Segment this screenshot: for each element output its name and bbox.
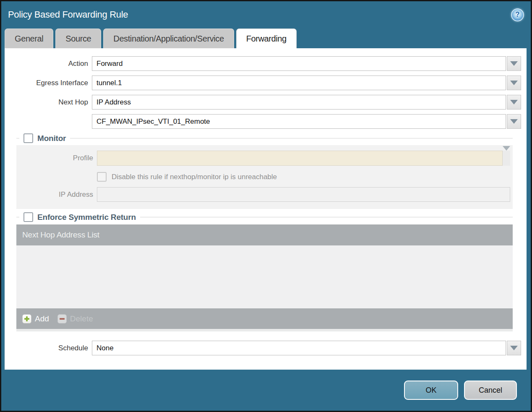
tab-source[interactable]: Source — [55, 29, 101, 48]
table-body-empty[interactable] — [16, 245, 513, 308]
dialog-footer: OK Cancel — [1, 370, 531, 411]
disable-rule-label: Disable this rule if nexthop/monitor ip … — [112, 173, 277, 181]
chevron-down-icon — [510, 61, 518, 66]
next-hop-address-value[interactable]: CF_MWAN_IPsec_VTI_01_Remote — [92, 114, 506, 129]
add-button-label: Add — [35, 314, 49, 323]
tab-forwarding[interactable]: Forwarding — [236, 29, 297, 48]
egress-interface-label: Egress Interface — [5, 79, 88, 87]
tab-bar: General Source Destination/Application/S… — [1, 28, 531, 48]
action-value[interactable]: Forward — [92, 56, 506, 71]
action-dropdown: Forward — [92, 56, 521, 71]
monitor-group-header: Monitor — [16, 133, 521, 143]
chevron-down-icon — [510, 119, 518, 124]
chevron-down-icon — [503, 146, 510, 158]
ok-button[interactable]: OK — [404, 381, 458, 400]
cancel-button[interactable]: Cancel — [464, 381, 517, 400]
next-hop-label: Next Hop — [5, 98, 88, 107]
profile-dropdown-button — [503, 151, 510, 166]
minus-icon — [57, 314, 67, 323]
egress-interface-dropdown-button[interactable] — [507, 76, 521, 90]
symmetric-return-group-header: Enforce Symmetric Return — [16, 212, 521, 222]
pbf-rule-dialog: { "window": { "title": "Policy Based For… — [0, 0, 532, 412]
delete-button-label: Delete — [70, 314, 93, 323]
egress-interface-row: Egress Interface tunnel.1 — [5, 76, 521, 90]
schedule-dropdown: None — [92, 341, 521, 355]
table-toolbar: Add Delete — [16, 308, 513, 329]
egress-interface-value[interactable]: tunnel.1 — [92, 76, 506, 90]
next-hop-address-dropdown-button[interactable] — [507, 114, 521, 129]
next-hop-address-dropdown: CF_MWAN_IPsec_VTI_01_Remote — [92, 114, 521, 129]
monitor-ip-input — [97, 187, 510, 202]
schedule-dropdown-button[interactable] — [507, 341, 521, 355]
dialog-titlebar: Policy Based Forwarding Rule ? — [1, 1, 531, 28]
chevron-down-icon — [510, 346, 518, 350]
action-label: Action — [5, 60, 88, 68]
symmetric-return-checkbox[interactable] — [23, 212, 33, 222]
help-icon[interactable]: ? — [511, 8, 524, 21]
schedule-value[interactable]: None — [92, 341, 506, 355]
profile-value — [97, 151, 503, 166]
action-row: Action Forward — [5, 56, 521, 71]
disable-rule-row: Disable this rule if nexthop/monitor ip … — [97, 172, 510, 182]
monitor-ip-label: IP Address — [16, 190, 93, 199]
add-button[interactable]: Add — [22, 314, 49, 323]
forwarding-tab-panel: Action Forward Egress Interface tunnel.1… — [5, 48, 527, 370]
disable-rule-checkbox — [97, 172, 107, 182]
egress-interface-dropdown: tunnel.1 — [92, 76, 521, 90]
profile-label: Profile — [16, 154, 93, 162]
action-dropdown-button[interactable] — [507, 56, 521, 71]
next-hop-address-list-table: Next Hop Address List Add Delete — [16, 224, 513, 331]
table-header-label: Next Hop Address List — [22, 230, 99, 240]
profile-dropdown — [97, 151, 510, 166]
monitor-legend: Monitor — [37, 134, 66, 143]
tab-destination-application-service[interactable]: Destination/Application/Service — [103, 29, 234, 48]
schedule-row: Schedule None — [5, 341, 521, 355]
delete-button[interactable]: Delete — [57, 314, 93, 323]
next-hop-type-value[interactable]: IP Address — [92, 95, 506, 110]
table-bottom-strip — [16, 329, 513, 331]
monitor-ip-row: IP Address — [16, 187, 510, 202]
monitor-checkbox[interactable] — [23, 133, 33, 143]
table-header: Next Hop Address List — [16, 224, 513, 245]
next-hop-type-dropdown: IP Address — [92, 95, 521, 110]
chevron-down-icon — [510, 100, 518, 104]
symmetric-return-legend: Enforce Symmetric Return — [37, 213, 136, 222]
next-hop-address-row: CF_MWAN_IPsec_VTI_01_Remote — [5, 114, 521, 129]
schedule-label: Schedule — [5, 344, 88, 352]
plus-icon — [22, 314, 31, 323]
profile-row: Profile — [16, 151, 510, 166]
next-hop-row: Next Hop IP Address — [5, 95, 521, 110]
chevron-down-icon — [510, 81, 518, 85]
monitor-panel: Profile Disable this rule if nexthop/mon… — [16, 145, 513, 209]
next-hop-type-dropdown-button[interactable] — [507, 95, 521, 110]
tab-general[interactable]: General — [5, 29, 53, 48]
dialog-title: Policy Based Forwarding Rule — [8, 9, 128, 20]
